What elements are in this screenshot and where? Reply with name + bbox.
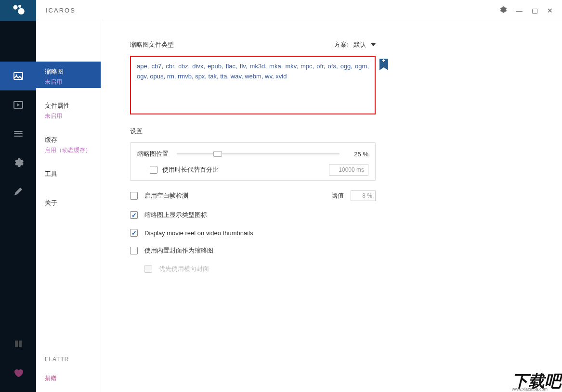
app-logo bbox=[0, 0, 36, 21]
nav-icon-about[interactable] bbox=[0, 177, 36, 206]
scheme-label: 方案: bbox=[334, 40, 349, 49]
nav-icon-cache[interactable] bbox=[0, 119, 36, 148]
thumb-pos-value: 25 % bbox=[345, 151, 368, 158]
chevron-down-icon bbox=[371, 43, 376, 46]
sidebar: 缩略图 未启用 文件属性 未启用 缓存 启用（动态缓存） 工具 关于 FLATT… bbox=[36, 21, 101, 392]
minimize-button[interactable]: — bbox=[516, 7, 523, 14]
bookmark-icon[interactable] bbox=[379, 59, 388, 73]
blank-frame-checkbox[interactable] bbox=[130, 192, 138, 200]
use-cover-checkbox[interactable] bbox=[130, 247, 138, 254]
close-button[interactable]: ✕ bbox=[547, 7, 553, 14]
sidebar-item-label: 关于 bbox=[45, 199, 92, 207]
sidebar-item-status: 启用（动态缓存） bbox=[45, 146, 92, 154]
nav-icon-tools[interactable] bbox=[0, 148, 36, 177]
donate-icon[interactable] bbox=[0, 358, 36, 387]
scheme-value: 默认 bbox=[353, 40, 366, 49]
sidebar-item-label: 工具 bbox=[45, 170, 92, 178]
icon-rail bbox=[0, 21, 36, 392]
flattr-label[interactable]: FLATTR bbox=[36, 350, 101, 368]
sidebar-item-label: 缩略图 bbox=[45, 67, 92, 76]
duration-input[interactable]: 10000 ms bbox=[329, 164, 368, 176]
svg-rect-7 bbox=[383, 59, 384, 62]
svg-point-1 bbox=[18, 5, 21, 8]
sidebar-item-status: 未启用 bbox=[45, 112, 92, 120]
sidebar-item-cache[interactable]: 缓存 启用（动态缓存） bbox=[36, 130, 101, 156]
flattr-icon[interactable] bbox=[0, 329, 36, 358]
prefer-landscape-checkbox bbox=[144, 265, 152, 273]
use-duration-label: 使用时长代替百分比 bbox=[162, 165, 219, 174]
nav-icon-thumbnail[interactable] bbox=[0, 62, 36, 90]
settings-title: 设置 bbox=[130, 127, 376, 136]
sidebar-item-label: 缓存 bbox=[45, 136, 92, 144]
filetypes-textbox[interactable]: ape, cb7, cbr, cbz, divx, epub, flac, fl… bbox=[130, 56, 376, 114]
use-cover-label: 使用内置封面作为缩略图 bbox=[144, 246, 213, 255]
threshold-label: 阈值 bbox=[331, 191, 344, 200]
movie-reel-checkbox[interactable] bbox=[130, 229, 138, 237]
thumb-position-group: 缩略图位置 25 % 使用时长代替百分比 10000 ms bbox=[130, 142, 376, 181]
app-title: ICAROS bbox=[46, 7, 76, 14]
movie-reel-label: Display movie reel on video thumbnails bbox=[144, 229, 253, 237]
sidebar-item-properties[interactable]: 文件属性 未启用 bbox=[36, 96, 101, 122]
thumb-pos-slider[interactable] bbox=[177, 151, 340, 157]
show-type-icon-checkbox[interactable] bbox=[130, 211, 138, 219]
sidebar-item-tools[interactable]: 工具 bbox=[36, 164, 101, 185]
svg-point-0 bbox=[13, 5, 17, 9]
use-duration-checkbox[interactable] bbox=[150, 166, 157, 174]
sidebar-item-about[interactable]: 关于 bbox=[36, 193, 101, 214]
threshold-input[interactable]: 8 % bbox=[351, 190, 376, 201]
content-area: 缩略图文件类型 方案: 默认 ape, cb7, cbr, cbz, divx,… bbox=[101, 21, 562, 392]
sidebar-item-thumbnail[interactable]: 缩略图 未启用 bbox=[36, 62, 101, 88]
donate-label[interactable]: 捐赠 bbox=[36, 368, 101, 392]
prefer-landscape-label: 优先使用横向封面 bbox=[159, 265, 209, 273]
blank-frame-label: 启用空白帧检测 bbox=[144, 191, 188, 200]
sidebar-item-label: 文件属性 bbox=[45, 101, 92, 110]
scheme-dropdown[interactable]: 默认 bbox=[353, 40, 376, 49]
thumb-pos-label: 缩略图位置 bbox=[137, 150, 171, 158]
nav-icon-properties[interactable] bbox=[0, 90, 36, 119]
filetypes-title: 缩略图文件类型 bbox=[130, 40, 174, 49]
show-type-icon-label: 缩略图上显示类型图标 bbox=[144, 211, 207, 219]
title-bar: ICAROS — ▢ ✕ bbox=[0, 0, 562, 21]
maximize-button[interactable]: ▢ bbox=[531, 7, 538, 14]
svg-point-2 bbox=[18, 8, 25, 14]
sidebar-item-status: 未启用 bbox=[45, 78, 92, 86]
settings-icon[interactable] bbox=[498, 5, 507, 16]
